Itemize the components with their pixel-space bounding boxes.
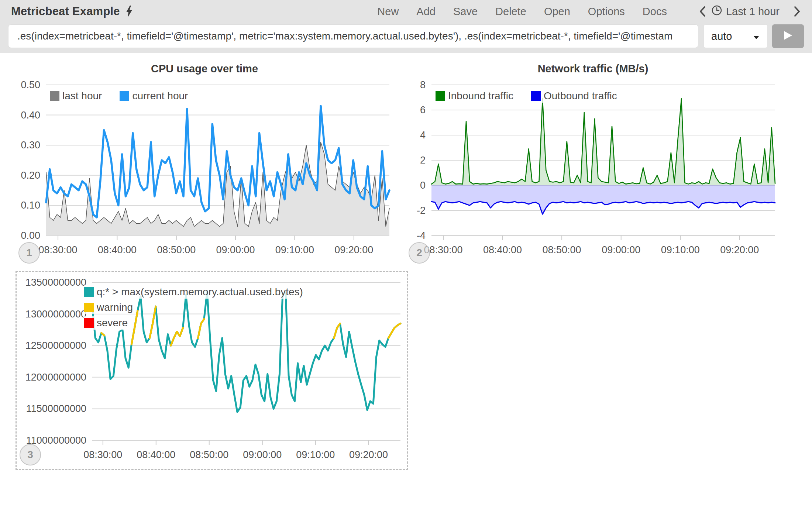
x-axis-tick-label: 08:40:00	[483, 244, 522, 255]
chart-title: CPU usage over time	[11, 58, 398, 80]
network-legend: Inbound trafficOutbound traffic	[436, 89, 620, 103]
interval-select[interactable]: auto	[703, 24, 768, 48]
chart-title: Network traffic (MB/s)	[408, 58, 778, 80]
y-axis-tick-label: 2	[420, 155, 426, 166]
y-axis-tick-label: 0.00	[21, 230, 40, 241]
time-range-button[interactable]: Last 1 hour	[711, 5, 780, 18]
menu-item-options[interactable]: Options	[588, 6, 625, 18]
menu-item-docs[interactable]: Docs	[643, 6, 667, 18]
x-axis-tick-label: 09:00:00	[216, 244, 255, 255]
y-axis-tick-label: 0.50	[21, 80, 40, 90]
y-axis-tick-label: 8	[420, 80, 426, 90]
x-axis-tick-label: 09:20:00	[334, 244, 373, 255]
time-picker: Last 1 hour	[699, 5, 801, 18]
clock-icon	[711, 5, 722, 18]
app-title: Metricbeat Example	[11, 5, 120, 18]
timelion-expression-input[interactable]	[8, 24, 698, 48]
legend-swatch-icon	[84, 303, 94, 312]
y-axis-tick-label: -4	[417, 230, 426, 241]
query-bar: auto	[8, 24, 804, 48]
x-axis-tick-label: 09:20:00	[720, 244, 759, 255]
panel-badge-2: 2	[409, 242, 430, 264]
chart-network-traffic: Network traffic (MB/s) 86420-2-408:30:00…	[408, 58, 778, 279]
y-axis-tick-label: 0.30	[21, 140, 40, 151]
y-axis-tick-label: 13000000000	[25, 309, 86, 320]
time-back-chevron-icon[interactable]	[699, 6, 706, 17]
y-axis-tick-label: 0	[420, 180, 426, 191]
x-axis-tick-label: 09:20:00	[349, 449, 388, 460]
legend-swatch-icon	[436, 91, 445, 101]
x-axis-tick-label: 09:00:00	[602, 244, 640, 255]
panel-badge-1: 1	[18, 242, 40, 264]
legend-item[interactable]: last hour	[50, 89, 105, 103]
legend-swatch-icon	[50, 91, 59, 101]
title-row: Metricbeat Example New Add Save Delete O…	[0, 0, 812, 23]
legend-swatch-icon	[531, 91, 541, 101]
y-axis-tick-label: 0.40	[21, 110, 40, 121]
cpu-usage-plot[interactable]: 0.000.100.200.300.400.5008:30:0008:40:00…	[11, 80, 398, 257]
main-menu: New Add Save Delete Open Options Docs La…	[377, 5, 801, 18]
y-axis-tick-label: 6	[420, 104, 426, 116]
menu-item-open[interactable]: Open	[544, 6, 570, 18]
cpu-legend: last hourcurrent hour	[50, 89, 191, 103]
menu-item-new[interactable]: New	[377, 6, 399, 18]
lightning-bolt-icon	[125, 5, 133, 18]
network-traffic-plot[interactable]: 86420-2-408:30:0008:40:0008:50:0009:00:0…	[408, 80, 778, 257]
x-axis-tick-label: 08:30:00	[83, 449, 122, 460]
y-axis-tick-label: 0.10	[21, 200, 40, 211]
legend-item[interactable]: q:* > max(system.memory.actual.used.byte…	[84, 285, 306, 299]
x-axis-tick-label: 08:30:00	[39, 244, 78, 255]
legend-item[interactable]: warning	[84, 301, 136, 314]
x-axis-tick-label: 08:50:00	[543, 244, 581, 255]
y-axis-tick-label: 4	[420, 130, 426, 141]
caret-down-icon	[753, 30, 760, 42]
legend-swatch-icon	[120, 91, 129, 101]
y-axis-tick-label: 12500000000	[25, 340, 86, 351]
time-range-label: Last 1 hour	[726, 6, 780, 18]
x-axis-tick-label: 08:40:00	[137, 449, 175, 460]
legend-item[interactable]: severe	[84, 316, 131, 330]
legend-swatch-icon	[84, 287, 94, 297]
x-axis-tick-label: 08:40:00	[98, 244, 137, 255]
x-axis-tick-label: 08:50:00	[190, 449, 228, 460]
menu-item-add[interactable]: Add	[416, 6, 436, 18]
x-axis-tick-label: 08:50:00	[157, 244, 196, 255]
run-query-button[interactable]	[772, 24, 804, 48]
legend-item[interactable]: current hour	[120, 89, 191, 103]
menu-item-delete[interactable]: Delete	[495, 6, 526, 18]
interval-value: auto	[711, 30, 732, 42]
top-navbar: Metricbeat Example New Add Save Delete O…	[0, 0, 812, 53]
y-axis-tick-label: 12000000000	[25, 372, 86, 383]
x-axis-tick-label: 09:00:00	[243, 449, 282, 460]
play-icon	[783, 30, 793, 42]
x-axis-tick-label: 09:10:00	[296, 449, 335, 460]
x-axis-tick-label: 09:10:00	[661, 244, 700, 255]
x-axis-tick-label: 09:10:00	[275, 244, 314, 255]
chart-cpu-usage: CPU usage over time 0.000.100.200.300.40…	[11, 58, 398, 279]
time-forward-chevron-icon[interactable]	[794, 6, 801, 17]
y-axis-tick-label: 11500000000	[26, 403, 86, 414]
legend-swatch-icon	[84, 318, 94, 328]
y-axis-tick-label: 0.20	[21, 170, 40, 181]
y-axis-tick-label: 13500000000	[25, 277, 86, 288]
panel-badge-3: 3	[20, 444, 41, 465]
menu-item-save[interactable]: Save	[453, 6, 478, 18]
timelion-page: Metricbeat Example New Add Save Delete O…	[0, 0, 812, 519]
legend-item[interactable]: Outbound traffic	[531, 89, 620, 103]
y-axis-tick-label: 11000000000	[26, 435, 86, 446]
chart-memory-selected: 1350000000013000000000125000000001200000…	[16, 271, 408, 470]
y-axis-tick-label: -2	[417, 205, 426, 216]
legend-item[interactable]: Inbound traffic	[436, 89, 516, 103]
memory-legend: q:* > max(system.memory.actual.used.byte…	[84, 285, 306, 330]
